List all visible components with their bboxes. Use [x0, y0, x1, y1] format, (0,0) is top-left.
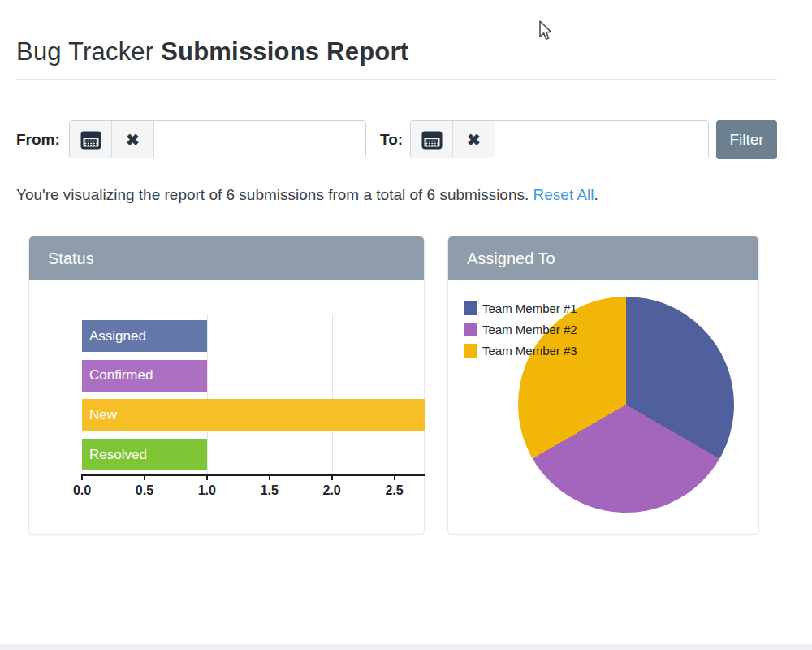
x-axis-line	[82, 474, 425, 476]
from-label: From:	[16, 120, 60, 158]
pie-legend: Team Member #1Team Member #2Team Member …	[464, 300, 577, 363]
calendar-icon	[421, 130, 443, 150]
bar-label: Assigned	[82, 328, 146, 344]
x-icon: ✖	[126, 132, 140, 148]
title-divider	[16, 79, 777, 80]
to-clear-button[interactable]: ✖	[453, 121, 495, 158]
gridline	[270, 314, 270, 474]
arrow-cursor-icon	[537, 20, 555, 44]
to-date-group: ✖	[410, 120, 709, 158]
summary-text: You're visualizing the report of 6 submi…	[16, 186, 598, 204]
bar-label: Resolved	[82, 447, 147, 463]
calendar-icon	[80, 130, 102, 150]
legend-item: Team Member #1	[464, 300, 577, 316]
legend-item: Team Member #2	[464, 321, 577, 337]
x-axis-tick-label: 1.5	[261, 483, 279, 498]
x-axis-tick-label: 0.5	[136, 483, 153, 498]
bar-label: New	[82, 407, 117, 423]
x-axis-tick-label: 2.0	[323, 483, 341, 498]
legend-color-swatch	[464, 323, 477, 336]
x-axis-tick-label: 1.0	[198, 483, 216, 498]
page-title-app: Bug Tracker	[16, 37, 153, 66]
x-axis-tick-label: 0.0	[73, 483, 91, 498]
legend-item: Team Member #3	[464, 342, 577, 358]
bottom-scroll-strip	[0, 644, 812, 650]
from-date-group: ✖	[69, 120, 366, 158]
x-axis-tick-label: 2.5	[385, 483, 403, 498]
from-calendar-button[interactable]	[70, 121, 112, 158]
bar-new: New	[82, 399, 425, 431]
date-filter-bar: From: ✖ To:	[0, 120, 812, 159]
page-title-section: Submissions Report	[161, 37, 408, 66]
bar-confirmed: Confirmed	[82, 360, 207, 392]
bar-assigned: Assigned	[82, 320, 207, 352]
reset-all-link[interactable]: Reset All	[533, 186, 594, 203]
legend-label: Team Member #2	[482, 323, 577, 336]
status-panel: Status 0.00.51.01.52.02.5AssignedConfirm…	[28, 236, 425, 535]
assigned-to-panel: Assigned To Team Member #1Team Member #2…	[447, 236, 759, 535]
legend-color-swatch	[464, 344, 477, 358]
gridline	[332, 314, 333, 474]
summary-after: .	[594, 186, 598, 203]
report-page: Bug Tracker Submissions Report From: ✖ T…	[0, 0, 812, 650]
from-date-input[interactable]	[154, 121, 365, 158]
page-title: Bug Tracker Submissions Report	[16, 37, 408, 67]
bar-label: Confirmed	[82, 367, 153, 384]
x-icon: ✖	[467, 132, 481, 148]
summary-before: You're visualizing the report of 6 submi…	[16, 186, 533, 203]
status-bar-chart: 0.00.51.01.52.02.5AssignedConfirmedNewRe…	[29, 236, 424, 534]
legend-label: Team Member #1	[482, 301, 577, 315]
bar-resolved: Resolved	[82, 439, 207, 470]
legend-color-swatch	[464, 301, 477, 315]
from-clear-button[interactable]: ✖	[112, 121, 154, 158]
legend-label: Team Member #3	[482, 344, 577, 358]
gridline	[207, 314, 208, 474]
to-date-input[interactable]	[495, 121, 708, 158]
filter-button[interactable]: Filter	[716, 120, 777, 159]
to-label: To:	[380, 120, 403, 158]
assigned-to-panel-header: Assigned To	[448, 236, 758, 280]
to-calendar-button[interactable]	[411, 121, 453, 158]
gridline	[395, 314, 395, 474]
